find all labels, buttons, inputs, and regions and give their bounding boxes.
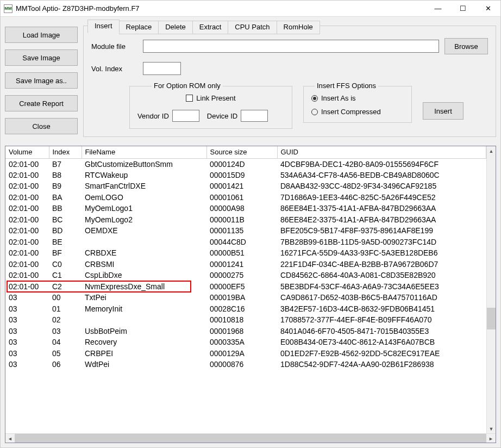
app-icon: MM <box>4 4 12 13</box>
close-button[interactable]: Close <box>5 118 78 134</box>
window-title: MMTool Aptio- Z87D3HP-modbyfern.F7 <box>16 4 425 13</box>
horizontal-scrollbar[interactable]: ◄ ► <box>5 433 496 443</box>
col-header-guid[interactable]: GUID <box>277 146 486 158</box>
insert-as-is-radio[interactable] <box>311 95 318 102</box>
cell-volume: 02:01-00 <box>5 214 49 226</box>
tab-insert[interactable]: Insert <box>87 20 120 33</box>
create-report-button[interactable]: Create Report <box>5 95 78 111</box>
cell-source: 000015D9 <box>206 170 277 181</box>
cell-guid: 86EE84E1-3375-41A1-AFBA-847BD29663AA <box>277 203 486 214</box>
hscroll-thumb[interactable] <box>15 434 486 443</box>
cell-volume: 02:01-00 <box>5 158 49 170</box>
tab-cpu-patch[interactable]: CPU Patch <box>228 21 277 34</box>
cell-index: 02 <box>49 314 82 326</box>
insert-button[interactable]: Insert <box>423 102 464 120</box>
table-row[interactable]: 0305CRBPEI0000129A0D1ED2F7-E92B-4562-92D… <box>5 348 486 359</box>
cell-guid: 3B42EF57-16D3-44CB-8632-9FDB06B41451 <box>277 303 486 315</box>
cell-source: 00000876 <box>206 359 277 370</box>
cell-guid: 17088572-377F-44EF-8F4E-B09FFF46A070 <box>277 314 486 326</box>
table-row[interactable]: 02:01-00BDOEMDXE00001135BFE205C9-5B17-4F… <box>5 225 486 237</box>
save-image-as-button[interactable]: Save Image as.. <box>5 72 78 89</box>
col-header-source[interactable]: Source size <box>206 146 277 158</box>
cell-index: 04 <box>49 337 82 348</box>
cell-guid: 1D88C542-9DF7-424A-AA90-02B61F286938 <box>277 359 486 370</box>
table-row[interactable]: 02:01-00BCMyOemLogo20000011B86EE84E2-337… <box>5 214 486 226</box>
table-row[interactable]: 0303UsbBotPeim000019688401A046-6F70-4505… <box>5 326 486 337</box>
vol-index-input[interactable] <box>143 62 181 75</box>
table-row[interactable]: 0300TxtPei000019BACA9D8617-D652-403B-B6C… <box>5 292 486 303</box>
scroll-left-button[interactable]: ◄ <box>5 434 15 443</box>
cell-volume: 02:01-00 <box>5 259 49 270</box>
table-row[interactable]: 0301MemoryInit00028C163B42EF57-16D3-44CB… <box>5 303 486 315</box>
col-header-filename[interactable]: FileName <box>82 146 206 158</box>
tab-rom-hole[interactable]: RomHole <box>277 21 320 34</box>
cell-filename <box>82 314 206 326</box>
cell-source: 0000335A <box>206 337 277 348</box>
table-row[interactable]: 02:01-00C2NvmExpressDxe_Small00000EF55BE… <box>5 281 486 293</box>
cell-filename: GbtCustomizeButtonSmm <box>82 158 206 170</box>
vertical-scrollbar[interactable]: ▲ ▼ <box>486 146 496 433</box>
vendor-id-input[interactable] <box>172 110 199 122</box>
cell-volume: 02:01-00 <box>5 203 49 214</box>
table-row[interactable]: 0306WdtPei000008761D88C542-9DF7-424A-AA9… <box>5 359 486 370</box>
cell-index: B9 <box>49 181 82 192</box>
cell-guid: E008B434-0E73-440C-8612-A143F6A07BCB <box>277 337 486 348</box>
insert-compressed-label: Insert Compressed <box>321 108 381 116</box>
table-row[interactable]: 02:01-00BE00044C8D7BB28B99-61BB-11D5-9A5… <box>5 237 486 248</box>
cell-volume: 03 <box>5 326 49 337</box>
table-row[interactable]: 02:01-00B7GbtCustomizeButtonSmm0000124D4… <box>5 158 486 170</box>
cell-index: 05 <box>49 348 82 359</box>
cell-source: 0000124D <box>206 158 277 170</box>
cell-source: 00010818 <box>206 314 277 326</box>
browse-button[interactable]: Browse <box>444 38 488 54</box>
cell-index: BB <box>49 203 82 214</box>
cell-source: 00001968 <box>206 326 277 337</box>
cell-volume: 02:01-00 <box>5 270 49 281</box>
tab-frame: Insert Replace Delete Extract CPU Patch … <box>83 26 496 137</box>
col-header-volume[interactable]: Volume <box>5 146 49 158</box>
tab-bar: Insert Replace Delete Extract CPU Patch … <box>88 21 320 34</box>
left-button-column: Load Image Save Image Save Image as.. Cr… <box>5 20 78 137</box>
vscroll-thumb[interactable] <box>487 308 496 329</box>
cell-guid: 534A6A34-CF78-4A56-BEDB-CB49A8D8060C <box>277 170 486 181</box>
table-row[interactable]: 02:01-00C0CRBSMI00001241221F1D4F-034C-4B… <box>5 259 486 270</box>
link-present-checkbox[interactable] <box>186 95 193 102</box>
minimize-button[interactable]: — <box>425 1 450 17</box>
cell-volume: 03 <box>5 292 49 303</box>
cell-filename: SmartFanCtrlDXE <box>82 181 206 192</box>
save-image-button[interactable]: Save Image <box>5 49 78 66</box>
scroll-up-button[interactable]: ▲ <box>487 146 496 155</box>
cell-source: 00000EF5 <box>206 281 277 293</box>
scroll-right-button[interactable]: ► <box>486 434 496 443</box>
vol-index-label: Vol. Index <box>91 65 137 73</box>
module-table-container: Volume Index FileName Source size GUID 0… <box>5 146 496 443</box>
module-file-input[interactable] <box>143 40 439 53</box>
cell-index: B7 <box>49 158 82 170</box>
tab-extract[interactable]: Extract <box>192 21 228 34</box>
insert-compressed-radio[interactable] <box>311 109 318 115</box>
table-row[interactable]: 02:01-00BAOemLOGO000010617D1686A9-1EE3-4… <box>5 192 486 203</box>
cell-source: 00001421 <box>206 181 277 192</box>
table-row[interactable]: 02:01-00B9SmartFanCtrlDXE00001421D8AAB43… <box>5 181 486 192</box>
cell-index: C0 <box>49 259 82 270</box>
device-id-input[interactable] <box>241 110 268 122</box>
cell-source: 00001241 <box>206 259 277 270</box>
table-row[interactable]: 02:01-00BFCRBDXE00000B5116271FCA-55D9-4A… <box>5 247 486 259</box>
device-id-label: Device ID <box>207 112 237 120</box>
tab-replace[interactable]: Replace <box>119 21 159 34</box>
col-header-index[interactable]: Index <box>49 146 82 158</box>
load-image-button[interactable]: Load Image <box>5 27 78 43</box>
cell-source: 0000129A <box>206 348 277 359</box>
table-row[interactable]: 0304Recovery0000335AE008B434-0E73-440C-8… <box>5 337 486 348</box>
maximize-button[interactable]: ☐ <box>450 1 475 17</box>
close-window-button[interactable]: ✕ <box>475 1 500 17</box>
scroll-down-button[interactable]: ▼ <box>487 424 496 433</box>
table-row[interactable]: 03020001081817088572-377F-44EF-8F4E-B09F… <box>5 314 486 326</box>
table-row[interactable]: 02:01-00BBMyOemLogo100000A9886EE84E1-337… <box>5 203 486 214</box>
cell-index: BC <box>49 214 82 226</box>
table-row[interactable]: 02:01-00C1CspLibDxe00000275CD84562C-6864… <box>5 270 486 281</box>
table-row[interactable]: 02:01-00B8RTCWakeup000015D9534A6A34-CF78… <box>5 170 486 181</box>
cell-index: 03 <box>49 326 82 337</box>
tab-delete[interactable]: Delete <box>158 21 193 34</box>
module-table: Volume Index FileName Source size GUID 0… <box>5 146 486 370</box>
